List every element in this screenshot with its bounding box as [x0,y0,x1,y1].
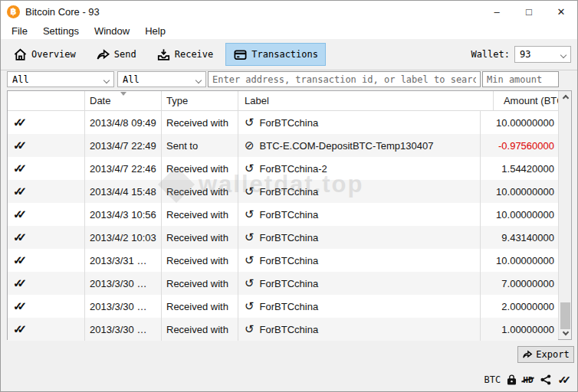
column-header-status[interactable] [8,91,85,110]
amount-cell: 9.43140000 [481,226,558,249]
table-row[interactable]: ✓✓ 2013/4/4 15:48 Received with ↺ ForBTC… [8,180,558,203]
menu-help[interactable]: Help [137,24,173,38]
amount-cell: 10.00000000 [481,249,558,272]
label-type-icon: ↺ [245,185,255,198]
type-cell: Received with [162,272,238,295]
table-row[interactable]: ✓✓ 2013/4/3 10:56 Received with ↺ ForBTC… [8,203,558,226]
confirmed-icon: ✓✓ [13,253,27,267]
table-row[interactable]: ✓✓ 2013/4/7 22:46 Received with ↺ ForBTC… [8,157,558,180]
amount-cell: 10.00000000 [481,180,558,203]
close-button[interactable]: ✕ [545,1,577,22]
date-cell: 2013/4/8 09:49 [85,111,162,134]
wallet-dropdown-value: 93 [520,49,530,60]
tab-send[interactable]: Send [88,43,144,66]
confirmed-icon: ✓✓ [13,207,27,221]
type-cell: Received with [162,111,238,134]
label-cell: ↺ ForBTCchina [238,318,481,341]
export-button[interactable]: Export [517,346,574,363]
transactions-card-icon [233,47,248,62]
table-row[interactable]: ✓✓ 2013/4/8 09:49 Received with ↺ ForBTC… [8,111,558,134]
confirmed-icon: ✓✓ [13,299,27,313]
scroll-up-icon[interactable] [559,91,572,103]
network-connections-icon [540,374,552,385]
scrollbar-thumb[interactable] [560,302,570,329]
export-arrow-icon [522,349,533,360]
label-cell: ⊘ BTC-E.COM-DepositBTC-Temp130407 [238,134,481,157]
table-row[interactable]: ✓✓ 2013/4/7 22:49 Sent to ⊘ BTC-E.COM-De… [8,134,558,157]
min-amount-input[interactable] [482,71,559,87]
scroll-down-icon[interactable] [559,328,572,339]
search-input[interactable] [208,71,481,87]
minimize-button[interactable]: – [481,1,513,22]
window-title: Bitcoin Core - 93 [25,6,100,18]
column-header-label[interactable]: Label [238,91,494,110]
date-cell: 2013/4/3 10:56 [85,203,162,226]
date-cell: 2013/3/30 … [85,272,162,295]
label-type-icon: ↺ [245,230,255,244]
tab-overview[interactable]: Overview [5,43,84,66]
date-cell: 2013/4/7 22:49 [85,134,162,157]
table-header: Date Type Label Amount (BTC) [8,91,571,111]
label-text: BTC-E.COM-DepositBTC-Temp130407 [260,140,434,152]
tab-transactions[interactable]: Transactions [225,43,326,66]
label-text: ForBTCchina [260,186,319,198]
amount-cell: 1.00000000 [481,318,558,341]
confirmed-icon: ✓✓ [13,276,27,290]
label-cell: ↺ ForBTCchina [238,226,481,249]
label-type-icon: ⊘ [245,139,255,152]
column-header-date-label: Date [90,95,110,106]
maximize-button[interactable]: □ [513,1,545,22]
wallet-label: Wallet: [471,49,510,60]
column-header-type[interactable]: Type [162,91,238,110]
table-row[interactable]: ✓✓ 2013/3/31 … Received with ↺ ForBTCchi… [8,249,558,272]
confirmed-icon: ✓✓ [13,162,27,175]
label-cell: ↺ ForBTCchina [238,272,481,295]
sync-complete-icon: ✓✓ [558,374,571,386]
column-header-date[interactable]: Date [85,91,162,110]
table-row[interactable]: ✓✓ 2013/3/30 … Received with ↺ ForBTCchi… [8,295,558,318]
label-type-icon: ↺ [245,162,255,175]
amount-cell: -0.97560000 [481,134,558,157]
table-row[interactable]: ✓✓ 2013/3/30 … Received with ↺ ForBTCchi… [8,318,558,341]
toolbar: Overview Send Receive Transactions Walle… [1,39,577,70]
app-window: ฿ Bitcoin Core - 93 – □ ✕ File Settings … [0,0,578,392]
type-cell: Received with [162,157,238,180]
wallet-dropdown[interactable]: 93 [514,46,571,63]
menu-file[interactable]: File [4,24,35,38]
confirmed-icon: ✓✓ [13,139,27,152]
type-cell: Received with [162,295,238,318]
label-cell: ↺ ForBTCchina [238,180,481,203]
date-cell: 2013/3/31 … [85,249,162,272]
unit-display[interactable]: BTC [484,374,501,385]
hd-disabled-icon: HD [523,375,533,385]
label-cell: ↺ ForBTCchina [238,111,481,134]
type-filter-dropdown[interactable]: All [117,71,206,87]
menu-settings[interactable]: Settings [35,24,87,38]
amount-cell: 2.00000000 [481,295,558,318]
confirmed-icon: ✓✓ [13,322,27,336]
table-body: ✓✓ 2013/4/8 09:49 Received with ↺ ForBTC… [8,111,558,339]
receive-inbox-icon [156,47,171,62]
export-label: Export [536,349,569,360]
label-text: ForBTCchina [260,301,319,312]
lock-icon [507,374,517,385]
label-type-icon: ↺ [245,207,255,221]
table-row[interactable]: ✓✓ 2013/3/30 … Received with ↺ ForBTCchi… [8,272,558,295]
label-text: ForBTCchina [260,209,319,220]
tab-receive[interactable]: Receive [149,43,222,66]
label-type-icon: ↺ [245,253,255,267]
vertical-scrollbar[interactable] [558,91,571,339]
tab-label: Receive [175,49,214,60]
wallet-selector: Wallet: 93 [471,46,573,63]
menu-bar: File Settings Window Help [1,22,577,39]
date-filter-dropdown[interactable]: All [7,71,114,87]
chevron-down-icon [195,77,202,83]
label-cell: ↺ ForBTCchina-2 [238,157,481,180]
chevron-down-icon [560,52,567,58]
label-text: ForBTCchina [260,255,319,266]
table-row[interactable]: ✓✓ 2013/4/2 10:03 Received with ↺ ForBTC… [8,226,558,249]
menu-window[interactable]: Window [87,24,137,38]
transactions-table: Date Type Label Amount (BTC) ✓✓ 2013/4/8… [7,90,572,340]
date-cell: 2013/3/30 … [85,295,162,318]
chevron-down-icon [103,77,110,83]
